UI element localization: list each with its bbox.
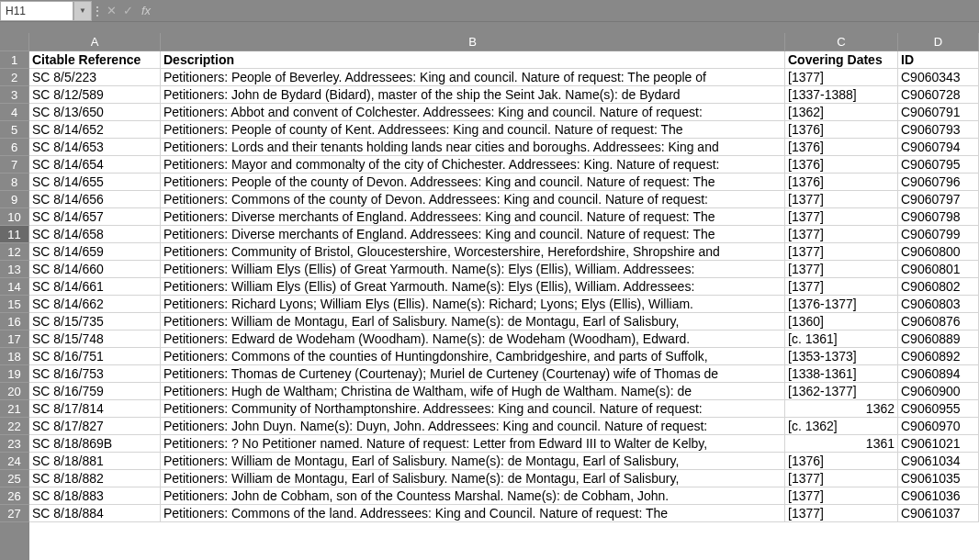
row-header[interactable]: 26 [0,487,29,505]
cell[interactable]: SC 8/14/662 [29,296,161,313]
cell[interactable]: C9061036 [898,487,979,505]
cell[interactable]: [1377] [785,69,898,86]
cell[interactable]: SC 8/18/882 [29,470,161,487]
cell[interactable]: SC 8/15/748 [29,330,161,348]
cell[interactable]: C9061037 [898,505,979,522]
cell[interactable]: C9060797 [898,191,979,208]
cell[interactable]: C9060801 [898,261,979,278]
cell[interactable]: C9060803 [898,296,979,313]
cell[interactable]: C9060892 [898,348,979,365]
cell[interactable]: C9060798 [898,208,979,226]
cell[interactable]: [1362] [785,104,898,121]
cell[interactable]: SC 8/18/884 [29,505,161,522]
row-header[interactable]: 25 [0,470,29,487]
row-header[interactable]: 21 [0,400,29,418]
name-box[interactable]: H11 [0,1,73,21]
cell[interactable]: SC 8/18/883 [29,487,161,505]
cell[interactable]: C9060900 [898,383,979,400]
row-header[interactable]: 18 [0,348,29,365]
row-header[interactable]: 4 [0,104,29,121]
cell[interactable]: C9060343 [898,69,979,86]
cell[interactable]: SC 8/15/735 [29,313,161,330]
row-header[interactable]: 23 [0,435,29,453]
cell[interactable]: [c. 1361] [785,330,898,348]
row-header[interactable]: 27 [0,505,29,522]
cell[interactable]: SC 8/14/656 [29,191,161,208]
cell[interactable]: [1377] [785,243,898,261]
cell[interactable]: C9060791 [898,104,979,121]
cell[interactable]: [1377] [785,261,898,278]
cell[interactable]: Petitioners: Richard Lyons; William Elys… [161,296,785,313]
cell[interactable]: [1362-1377] [785,383,898,400]
cell[interactable]: [1376] [785,156,898,174]
cell[interactable]: [1377] [785,278,898,296]
row-header[interactable]: 2 [0,69,29,86]
cell[interactable]: Petitioners: John de Bydard (Bidard), ma… [161,86,785,104]
name-box-dropdown-icon[interactable]: ▼ [73,1,92,21]
cell[interactable]: SC 8/18/869B [29,435,161,453]
cell[interactable]: SC 8/16/753 [29,365,161,383]
cell[interactable]: Petitioners: William Elys (Ellis) of Gre… [161,278,785,296]
cell[interactable]: SC 8/14/661 [29,278,161,296]
cell[interactable]: SC 8/13/650 [29,104,161,121]
cell[interactable]: C9060794 [898,139,979,156]
cell[interactable]: SC 8/14/653 [29,139,161,156]
cell[interactable]: Petitioners: People of Beverley. Address… [161,69,785,86]
header-cell[interactable]: ID [898,51,979,69]
cell[interactable]: [1376-1377] [785,296,898,313]
cell[interactable]: Petitioners: John Duyn. Name(s): Duyn, J… [161,418,785,435]
data-area[interactable]: Citable ReferenceDescriptionCovering Dat… [29,51,979,522]
row-header[interactable]: 13 [0,261,29,278]
cell[interactable]: [1376] [785,453,898,470]
cell[interactable]: [1377] [785,208,898,226]
row-header[interactable]: 19 [0,365,29,383]
cell[interactable]: C9060955 [898,400,979,418]
select-all-corner[interactable] [0,33,29,51]
cell[interactable]: SC 8/17/827 [29,418,161,435]
row-header[interactable]: 6 [0,139,29,156]
cell[interactable]: [1337-1388] [785,86,898,104]
row-header[interactable]: 11 [0,226,29,243]
cell[interactable]: Petitioners: Abbot and convent of Colche… [161,104,785,121]
col-header-c[interactable]: C [785,33,898,51]
row-header[interactable]: 9 [0,191,29,208]
cell[interactable]: SC 8/14/657 [29,208,161,226]
cell[interactable]: SC 8/5/223 [29,69,161,86]
cell[interactable]: C9060728 [898,86,979,104]
cell[interactable]: Petitioners: Mayor and commonalty of the… [161,156,785,174]
cell[interactable]: Petitioners: Diverse merchants of Englan… [161,226,785,243]
cell[interactable]: [1360] [785,313,898,330]
fx-icon[interactable]: fx [136,4,156,17]
cell[interactable]: [1338-1361] [785,365,898,383]
cell[interactable]: SC 8/14/654 [29,156,161,174]
cell[interactable]: SC 8/14/659 [29,243,161,261]
row-header[interactable]: 5 [0,121,29,139]
cell[interactable]: [1377] [785,191,898,208]
col-header-b[interactable]: B [161,33,785,51]
cell[interactable]: Petitioners: William de Montagu, Earl of… [161,470,785,487]
accept-formula-icon[interactable]: ✓ [119,1,136,21]
cell[interactable]: C9060799 [898,226,979,243]
cell[interactable]: [c. 1362] [785,418,898,435]
cell[interactable]: C9061035 [898,470,979,487]
cell[interactable]: SC 8/14/660 [29,261,161,278]
cell[interactable]: Petitioners: Thomas de Curteney (Courten… [161,365,785,383]
row-header[interactable]: 10 [0,208,29,226]
cancel-formula-icon[interactable]: ✕ [103,1,119,21]
header-cell[interactable]: Description [161,51,785,69]
row-header[interactable]: 22 [0,418,29,435]
cell[interactable]: C9060876 [898,313,979,330]
cell[interactable]: SC 8/16/751 [29,348,161,365]
cell[interactable]: C9060795 [898,156,979,174]
cell[interactable]: C9060970 [898,418,979,435]
cell[interactable]: [1377] [785,487,898,505]
cell[interactable]: Petitioners: Community of Northamptonshi… [161,400,785,418]
row-header[interactable]: 7 [0,156,29,174]
cell[interactable]: C9061034 [898,453,979,470]
cell[interactable]: Petitioners: William de Montagu, Earl of… [161,313,785,330]
cell[interactable]: SC 8/14/658 [29,226,161,243]
cell[interactable]: Petitioners: Edward de Wodeham (Woodham)… [161,330,785,348]
cell[interactable]: Petitioners: William Elys (Ellis) of Gre… [161,261,785,278]
cell[interactable]: SC 8/16/759 [29,383,161,400]
row-header[interactable]: 12 [0,243,29,261]
